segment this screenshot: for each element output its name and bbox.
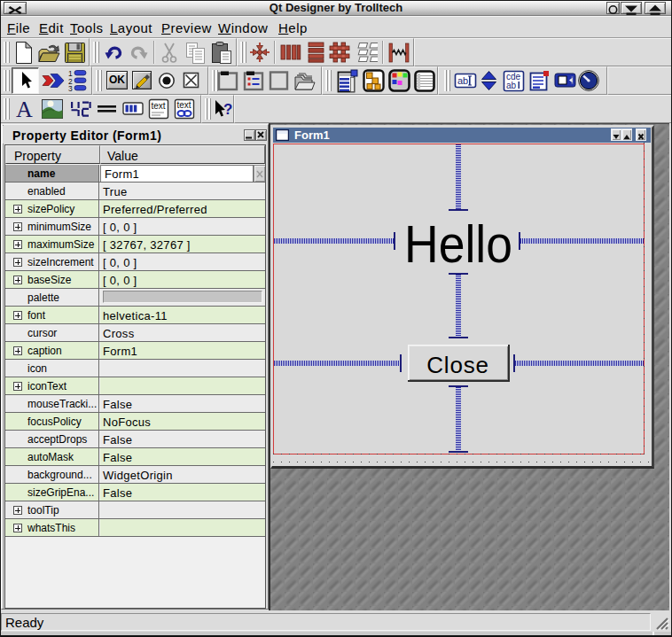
svg-text:text: text (152, 101, 166, 111)
svg-text:ab: ab (457, 75, 468, 86)
svg-text:?: ? (223, 101, 232, 118)
svg-text:3: 3 (68, 84, 73, 92)
svg-text:ab: ab (506, 81, 517, 90)
svg-text:text: text (177, 100, 191, 110)
